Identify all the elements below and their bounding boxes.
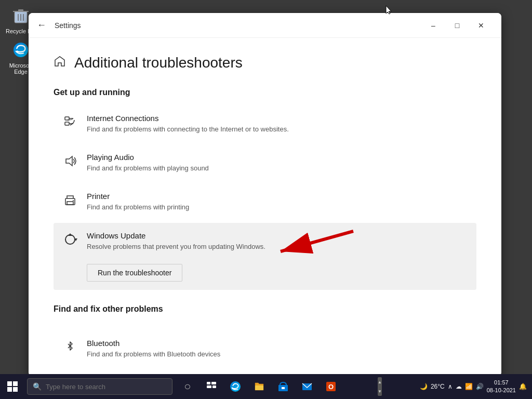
date-display: 08-10-2021 bbox=[487, 387, 516, 394]
search-icon: 🔍 bbox=[33, 382, 42, 391]
svg-rect-8 bbox=[65, 122, 69, 125]
svg-rect-25 bbox=[207, 385, 211, 388]
playing-audio-item[interactable]: Playing Audio Find and fix problems with… bbox=[54, 144, 476, 181]
store-taskbar-button[interactable] bbox=[272, 376, 294, 397]
home-icon bbox=[54, 55, 66, 71]
cortana-button[interactable]: ○ bbox=[177, 376, 198, 397]
printer-name: Printer bbox=[87, 192, 189, 201]
svg-rect-28 bbox=[255, 385, 263, 390]
svg-point-14 bbox=[73, 200, 74, 201]
mail-taskbar-button[interactable] bbox=[296, 376, 318, 397]
windows-update-text: Windows Update Resolve problems that pre… bbox=[87, 231, 265, 251]
update-icon bbox=[62, 232, 78, 247]
page-header: Additional troubleshooters bbox=[54, 55, 476, 71]
taskbar: 🔍 ○ bbox=[0, 374, 532, 399]
window-title: Settings bbox=[55, 21, 81, 30]
wifi-icon bbox=[62, 115, 78, 129]
section2-title: Find and fix other problems bbox=[54, 304, 476, 314]
section2-divider: Find and fix other problems bbox=[54, 304, 476, 322]
minimize-button[interactable]: – bbox=[421, 13, 445, 38]
notification-icon[interactable]: 🔔 bbox=[519, 383, 527, 390]
run-troubleshooter-button[interactable]: Run the troubleshooter bbox=[87, 264, 182, 282]
internet-connections-item[interactable]: Internet Connections Find and fix proble… bbox=[54, 105, 476, 142]
start-button[interactable] bbox=[0, 374, 25, 399]
internet-connections-name: Internet Connections bbox=[87, 114, 289, 123]
window-controls: – □ ✕ bbox=[421, 13, 493, 38]
window-titlebar: ← Settings – □ ✕ bbox=[29, 13, 501, 38]
svg-rect-21 bbox=[7, 387, 12, 392]
printer-item[interactable]: Printer Find and fix problems with print… bbox=[54, 183, 476, 220]
cloud-icon: ☁ bbox=[456, 383, 462, 390]
time-display: 01:57 bbox=[487, 379, 516, 387]
volume-tray-icon[interactable]: 🔊 bbox=[476, 383, 484, 390]
taskbar-search-box[interactable]: 🔍 bbox=[27, 378, 172, 395]
desktop: Recycle Bin Microsoft Edge bbox=[0, 0, 532, 399]
edge-icon bbox=[10, 39, 31, 60]
bluetooth-desc: Find and fix problems with Bluetooth dev… bbox=[87, 350, 220, 359]
section1-title: Get up and running bbox=[54, 88, 476, 97]
audio-icon bbox=[62, 154, 78, 168]
back-button[interactable]: ← bbox=[37, 20, 46, 31]
taskbar-scrollbar: ▲ ▼ bbox=[378, 377, 382, 396]
svg-rect-7 bbox=[65, 117, 69, 120]
window-content: Additional troubleshooters Get up and ru… bbox=[29, 38, 501, 377]
printer-desc: Find and fix problems with printing bbox=[87, 203, 189, 212]
bluetooth-item[interactable]: Bluetooth Find and fix problems with Blu… bbox=[54, 330, 476, 367]
settings-window: ← Settings – □ ✕ Additional troubleshoot… bbox=[29, 13, 501, 377]
svg-rect-20 bbox=[13, 381, 18, 386]
windows-update-item[interactable]: Windows Update Resolve problems that pre… bbox=[54, 223, 476, 290]
playing-audio-name: Playing Audio bbox=[87, 153, 209, 162]
svg-point-6 bbox=[14, 43, 28, 57]
wifi-tray-icon[interactable]: 📶 bbox=[465, 383, 473, 390]
printer-text: Printer Find and fix problems with print… bbox=[87, 192, 189, 212]
taskbar-right: 🌙 26°C ∧ ☁ 📶 🔊 01:57 08-10-2021 🔔 bbox=[420, 379, 532, 395]
task-view-button[interactable] bbox=[201, 376, 222, 397]
svg-marker-11 bbox=[66, 156, 72, 166]
page-title: Additional troubleshooters bbox=[74, 55, 243, 71]
search-input[interactable] bbox=[46, 383, 167, 391]
svg-rect-24 bbox=[211, 382, 216, 384]
svg-rect-26 bbox=[212, 385, 216, 388]
recycle-bin-icon bbox=[10, 5, 31, 26]
office-taskbar-button[interactable]: O bbox=[320, 376, 342, 397]
taskbar-center-icons: ○ bbox=[177, 376, 342, 397]
playing-audio-text: Playing Audio Find and fix problems with… bbox=[87, 153, 209, 173]
svg-rect-23 bbox=[207, 382, 210, 384]
printer-icon bbox=[62, 193, 78, 207]
bluetooth-name: Bluetooth bbox=[87, 339, 220, 348]
scroll-down-btn[interactable]: ▼ bbox=[378, 387, 382, 396]
mini-scrollbar[interactable]: ▲ ▼ bbox=[378, 377, 382, 396]
playing-audio-desc: Find and fix problems with playing sound bbox=[87, 164, 209, 173]
internet-connections-desc: Find and fix problems with connecting to… bbox=[87, 125, 289, 134]
svg-rect-13 bbox=[67, 202, 73, 205]
edge-taskbar-button[interactable] bbox=[224, 376, 246, 397]
windows-update-desc: Resolve problems that prevent you from u… bbox=[87, 242, 265, 251]
bluetooth-text: Bluetooth Find and fix problems with Blu… bbox=[87, 339, 220, 359]
temperature-display: 26°C bbox=[431, 383, 445, 390]
svg-rect-22 bbox=[13, 387, 18, 392]
maximize-button[interactable]: □ bbox=[445, 13, 469, 38]
close-button[interactable]: ✕ bbox=[469, 13, 493, 38]
bluetooth-icon bbox=[62, 340, 78, 354]
scroll-up-btn[interactable]: ▲ bbox=[378, 377, 382, 387]
svg-text:O: O bbox=[328, 383, 334, 391]
clock[interactable]: 01:57 08-10-2021 bbox=[487, 379, 516, 395]
svg-rect-30 bbox=[282, 387, 285, 389]
moon-icon: 🌙 bbox=[420, 383, 428, 390]
internet-connections-text: Internet Connections Find and fix proble… bbox=[87, 114, 289, 134]
svg-point-27 bbox=[230, 381, 241, 392]
windows-update-name: Windows Update bbox=[87, 231, 265, 240]
files-taskbar-button[interactable] bbox=[248, 376, 270, 397]
expand-tray-button[interactable]: ∧ bbox=[448, 383, 453, 390]
windows-update-main: Windows Update Resolve problems that pre… bbox=[62, 231, 468, 251]
svg-rect-19 bbox=[7, 381, 12, 386]
